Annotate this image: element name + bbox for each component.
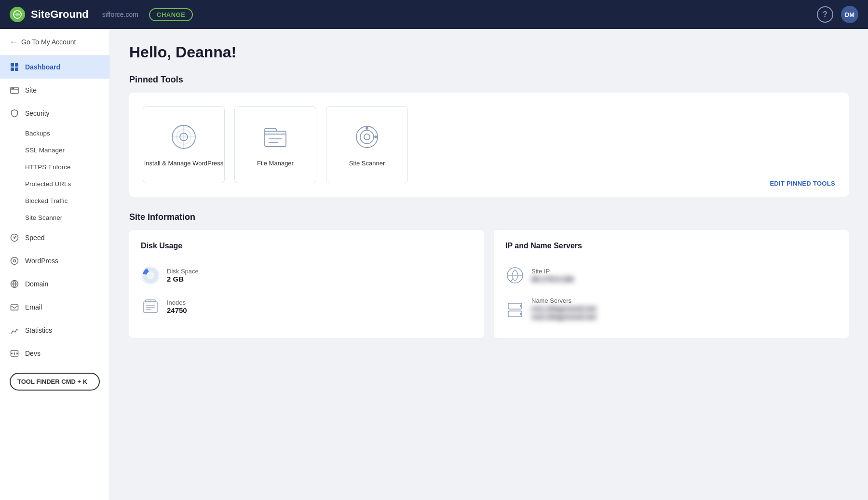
sidebar-domain-label: Domain <box>25 280 48 288</box>
back-arrow-icon: ← <box>10 38 17 46</box>
site-ip-value: 68.178.9.166 <box>531 275 574 283</box>
svg-rect-37 <box>508 303 522 309</box>
svg-point-39 <box>520 305 522 307</box>
edit-pinned-button[interactable]: EDIT PINNED TOOLS <box>770 180 835 187</box>
site-ip-icon <box>505 266 525 285</box>
sidebar-item-dashboard[interactable]: Dashboard <box>0 55 109 79</box>
site-info-grid: Disk Usage Disk Space 2 <box>129 230 849 338</box>
pinned-tools-title: Pinned Tools <box>129 75 849 85</box>
sidebar-item-site[interactable]: Site <box>0 79 109 102</box>
page-greeting: Hello, Deanna! <box>129 43 849 61</box>
disk-space-value: 2 GB <box>167 275 199 283</box>
sidebar-statistics-label: Statistics <box>25 326 52 334</box>
sidebar-site-label: Site <box>25 86 37 94</box>
sidebar-sub-backups[interactable]: Backups <box>0 125 109 142</box>
speed-icon <box>10 233 19 243</box>
site-domain: sifforce.com <box>102 11 138 18</box>
svg-point-22 <box>364 134 370 140</box>
disk-usage-title: Disk Usage <box>141 242 473 250</box>
inodes-icon <box>141 297 160 316</box>
site-info-section: Site Information Disk Usage <box>129 212 849 338</box>
sidebar-security-label: Security <box>25 109 50 117</box>
sidebar-item-security[interactable]: Security <box>0 102 109 125</box>
logo-area: SiteGround sifforce.com CHANGE <box>10 7 193 22</box>
pinned-tools-section: Pinned Tools Install & Ma <box>129 75 849 197</box>
disk-space-label: Disk Space <box>167 268 199 275</box>
svg-rect-31 <box>146 300 155 302</box>
tool-card-wordpress[interactable]: Install & Manage WordPress <box>143 106 225 183</box>
svg-rect-3 <box>11 68 14 71</box>
svg-point-9 <box>14 237 15 238</box>
sidebar-item-email[interactable]: Email <box>0 296 109 319</box>
statistics-icon <box>10 325 19 335</box>
site-scanner-tool-icon <box>352 122 382 152</box>
logo-icon <box>10 7 25 22</box>
tool-card-wordpress-label: Install & Manage WordPress <box>144 159 224 168</box>
svg-rect-38 <box>508 311 522 317</box>
tool-card-site-scanner[interactable]: Site Scanner <box>326 106 408 183</box>
name-servers-info: Name Servers ns1.siteground.net ns2.site… <box>531 297 596 321</box>
svg-point-6 <box>12 88 13 89</box>
avatar[interactable]: DM <box>841 6 858 23</box>
pinned-tools-grid: Install & Manage WordPress <box>143 106 835 183</box>
sidebar-item-statistics[interactable]: Statistics <box>0 319 109 342</box>
svg-rect-1 <box>11 63 14 67</box>
svg-point-21 <box>360 130 374 144</box>
inodes-info: Inodes 24750 <box>167 299 187 314</box>
security-icon <box>10 108 19 118</box>
disk-space-info: Disk Space 2 GB <box>167 268 199 283</box>
pinned-tools-card: Install & Manage WordPress <box>129 93 849 197</box>
svg-rect-13 <box>11 305 18 310</box>
tool-finder-button[interactable]: TOOL FINDER CMD + K <box>10 373 100 391</box>
site-icon <box>10 85 19 95</box>
go-back-label: Go To My Account <box>21 38 76 46</box>
main-content: Hello, Deanna! Pinned Tools <box>110 29 868 500</box>
file-manager-tool-icon <box>260 122 291 152</box>
sidebar-item-devs[interactable]: Devs <box>0 342 109 365</box>
site-ip-label: Site IP <box>531 268 574 275</box>
sidebar-sub-site-scanner[interactable]: Site Scanner <box>0 209 109 226</box>
tool-card-file-manager[interactable]: File Manager <box>234 106 316 183</box>
svg-point-11 <box>14 260 16 262</box>
svg-point-10 <box>11 257 18 265</box>
inodes-value: 24750 <box>167 306 187 314</box>
sidebar-item-speed[interactable]: Speed <box>0 226 109 249</box>
inodes-row: Inodes 24750 <box>141 291 473 322</box>
tool-card-site-scanner-label: Site Scanner <box>349 159 385 168</box>
main-layout: ← Go To My Account Dashboard <box>0 29 868 500</box>
disk-space-row: Disk Space 2 GB <box>141 260 473 291</box>
sidebar: ← Go To My Account Dashboard <box>0 29 110 500</box>
site-ip-row: Site IP 68.178.9.166 <box>505 260 837 291</box>
sidebar-sub-https[interactable]: HTTPS Enforce <box>0 159 109 176</box>
svg-rect-4 <box>15 68 18 71</box>
name-server-1: ns1.siteground.net <box>531 304 596 312</box>
logo-text: SiteGround <box>31 8 89 21</box>
wordpress-tool-icon <box>168 122 199 152</box>
svg-rect-30 <box>144 302 157 312</box>
sidebar-item-domain[interactable]: Domain <box>0 272 109 296</box>
ip-name-servers-card: IP and Name Servers Site IP <box>494 230 849 338</box>
disk-usage-card: Disk Usage Disk Space 2 <box>129 230 484 338</box>
inodes-label: Inodes <box>167 299 187 306</box>
name-server-2: ns2.siteground.net <box>531 312 596 321</box>
sidebar-item-wordpress[interactable]: WordPress <box>0 249 109 272</box>
svg-rect-2 <box>15 63 18 67</box>
change-button[interactable]: CHANGE <box>149 8 193 21</box>
devs-icon <box>10 349 19 358</box>
site-info-title: Site Information <box>129 212 849 222</box>
svg-point-40 <box>520 313 522 315</box>
sidebar-sub-blocked-traffic[interactable]: Blocked Traffic <box>0 192 109 209</box>
topnav: SiteGround sifforce.com CHANGE ? DM <box>0 0 868 29</box>
sidebar-dashboard-label: Dashboard <box>25 63 60 71</box>
sidebar-speed-label: Speed <box>25 234 44 242</box>
disk-space-icon <box>141 266 160 285</box>
name-servers-icon <box>505 299 525 319</box>
sidebar-sub-protected-urls[interactable]: Protected URLs <box>0 176 109 192</box>
sidebar-devs-label: Devs <box>25 350 41 357</box>
help-button[interactable]: ? <box>817 6 833 23</box>
sidebar-email-label: Email <box>25 303 42 311</box>
sidebar-sub-ssl[interactable]: SSL Manager <box>0 142 109 159</box>
go-back-button[interactable]: ← Go To My Account <box>0 29 109 55</box>
tool-card-file-manager-label: File Manager <box>257 159 294 168</box>
email-icon <box>10 302 19 312</box>
